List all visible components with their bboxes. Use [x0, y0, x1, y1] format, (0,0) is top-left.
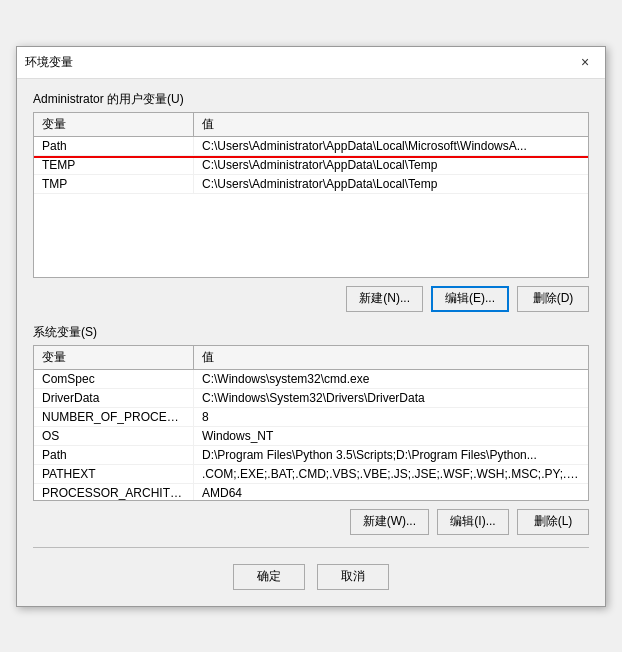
val-cell: C:\Windows\System32\Drivers\DriverData [194, 389, 588, 407]
system-col-var: 变量 [34, 346, 194, 369]
cancel-button[interactable]: 取消 [317, 564, 389, 590]
val-cell: C:\Windows\system32\cmd.exe [194, 370, 588, 388]
val-cell: Windows_NT [194, 427, 588, 445]
val-cell: C:\Users\Administrator\AppData\Local\Tem… [194, 156, 588, 174]
system-delete-button[interactable]: 删除(L) [517, 509, 589, 535]
table-row[interactable]: NUMBER_OF_PROCESSORS8 [34, 408, 588, 427]
table-row[interactable]: ComSpecC:\Windows\system32\cmd.exe [34, 370, 588, 389]
table-row[interactable]: TEMPC:\Users\Administrator\AppData\Local… [34, 156, 588, 175]
table-row[interactable]: PATHEXT.COM;.EXE;.BAT;.CMD;.VBS;.VBE;.JS… [34, 465, 588, 484]
system-table-header: 变量 值 [34, 346, 588, 370]
val-cell: .COM;.EXE;.BAT;.CMD;.VBS;.VBE;.JS;.JSE;.… [194, 465, 588, 483]
var-cell: TMP [34, 175, 194, 193]
table-row[interactable]: TMPC:\Users\Administrator\AppData\Local\… [34, 175, 588, 194]
system-table-body: ComSpecC:\Windows\system32\cmd.exeDriver… [34, 370, 588, 500]
var-cell: PATHEXT [34, 465, 194, 483]
user-col-val: 值 [194, 113, 588, 136]
var-cell: Path [34, 137, 194, 155]
table-row[interactable]: PathD:\Program Files\Python 3.5\Scripts;… [34, 446, 588, 465]
table-row[interactable]: PROCESSOR_ARCHITECT...AMD64 [34, 484, 588, 500]
val-cell: C:\Users\Administrator\AppData\Local\Tem… [194, 175, 588, 193]
var-cell: ComSpec [34, 370, 194, 388]
user-delete-button[interactable]: 删除(D) [517, 286, 589, 312]
system-variables-table: 变量 值 ComSpecC:\Windows\system32\cmd.exeD… [33, 345, 589, 501]
val-cell: C:\Users\Administrator\AppData\Local\Mic… [194, 137, 588, 155]
table-row[interactable]: OSWindows_NT [34, 427, 588, 446]
title-bar: 环境变量 × [17, 47, 605, 79]
system-col-val: 值 [194, 346, 588, 369]
user-table-header: 变量 值 [34, 113, 588, 137]
val-cell: D:\Program Files\Python 3.5\Scripts;D:\P… [194, 446, 588, 464]
system-buttons-row: 新建(W)... 编辑(I)... 删除(L) [33, 509, 589, 535]
footer-buttons: 确定 取消 [33, 556, 589, 594]
val-cell: AMD64 [194, 484, 588, 500]
close-button[interactable]: × [573, 50, 597, 74]
user-new-button[interactable]: 新建(N)... [346, 286, 423, 312]
user-variables-table: 变量 值 PathC:\Users\Administrator\AppData\… [33, 112, 589, 278]
dialog-title: 环境变量 [25, 54, 73, 71]
user-edit-button[interactable]: 编辑(E)... [431, 286, 509, 312]
ok-button[interactable]: 确定 [233, 564, 305, 590]
user-section-label: Administrator 的用户变量(U) [33, 91, 589, 108]
system-section-label: 系统变量(S) [33, 324, 589, 341]
user-table-body: PathC:\Users\Administrator\AppData\Local… [34, 137, 588, 277]
var-cell: DriverData [34, 389, 194, 407]
table-row[interactable]: DriverDataC:\Windows\System32\Drivers\Dr… [34, 389, 588, 408]
user-buttons-row: 新建(N)... 编辑(E)... 删除(D) [33, 286, 589, 312]
var-cell: Path [34, 446, 194, 464]
user-col-var: 变量 [34, 113, 194, 136]
var-cell: PROCESSOR_ARCHITECT... [34, 484, 194, 500]
val-cell: 8 [194, 408, 588, 426]
table-row[interactable]: PathC:\Users\Administrator\AppData\Local… [34, 137, 588, 156]
footer-divider [33, 547, 589, 548]
var-cell: OS [34, 427, 194, 445]
dialog-content: Administrator 的用户变量(U) 变量 值 PathC:\Users… [17, 79, 605, 606]
var-cell: NUMBER_OF_PROCESSORS [34, 408, 194, 426]
system-new-button[interactable]: 新建(W)... [350, 509, 429, 535]
var-cell: TEMP [34, 156, 194, 174]
system-edit-button[interactable]: 编辑(I)... [437, 509, 509, 535]
environment-variables-dialog: 环境变量 × Administrator 的用户变量(U) 变量 值 PathC… [16, 46, 606, 607]
